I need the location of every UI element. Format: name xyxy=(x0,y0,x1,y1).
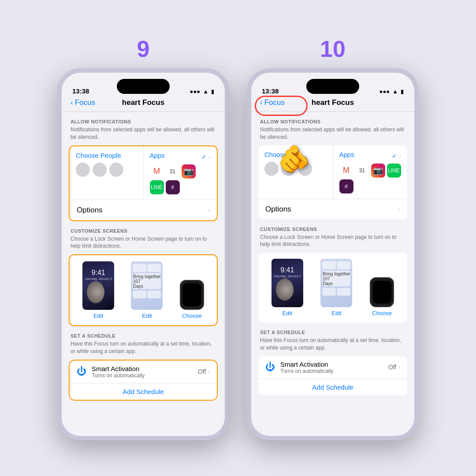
signal-icon-9: ●●● xyxy=(190,88,201,95)
homescreen-item-10[interactable]: − Bring together107Days Edit xyxy=(320,259,352,316)
ls-inner-10: 9:41 Saturday, January 9 xyxy=(271,259,303,307)
nav-back-10[interactable]: ‹ Focus xyxy=(260,98,285,107)
battery-icon-10: ▮ xyxy=(401,88,404,95)
screen-content-10: 13:38 ●●● ▲ ▮ 🫵 ‹ Focus heart Focus xyxy=(251,73,414,436)
smart-activation-group-9: ⏻ Smart Activation Turns on automaticall… xyxy=(69,360,218,401)
power-icon-10: ⏻ xyxy=(265,361,275,373)
step-9-container: 9 13:38 ●●● ▲ ▮ ‹ Focus heart Focus xyxy=(57,36,229,440)
two-col-row-9: Choose People Apps ✓ xyxy=(70,146,217,200)
homescreen-item-9[interactable]: − Bring together107Days Edit xyxy=(131,261,163,319)
off-label-9: Off xyxy=(198,368,206,375)
hs-widgets-9: Bring together107Days xyxy=(133,264,161,298)
watch-preview-10 xyxy=(370,277,394,307)
homescreen-label-9: Edit xyxy=(142,312,152,319)
ls-time-10: 9:41 xyxy=(280,267,294,274)
smart-activation-group-10: ⏻ Smart Activation Turns on automaticall… xyxy=(258,356,407,395)
activation-right-9: Off › xyxy=(198,368,210,375)
options-row-9[interactable]: Options › xyxy=(70,200,217,220)
schedule-desc-10: Have this Focus turn on automatically at… xyxy=(258,337,407,352)
off-label-10: Off xyxy=(388,364,396,371)
add-schedule-label-9: Add Schedule xyxy=(123,388,164,395)
watch-label-10: Choose xyxy=(372,310,392,316)
calendar-icon-10: 31 xyxy=(355,164,369,178)
nav-back-9[interactable]: ‹ Focus xyxy=(71,98,95,107)
activation-title-10: Smart Activation xyxy=(280,361,333,368)
smart-activation-row-9[interactable]: ⏻ Smart Activation Turns on automaticall… xyxy=(70,361,217,383)
dynamic-island-10 xyxy=(306,79,359,94)
people-apps-card-10: Choose P... Apps ✓ xyxy=(258,145,407,219)
avatar-1-10 xyxy=(264,162,279,176)
screens-container-10: − 9:41 Saturday, January 9 Edit − xyxy=(258,253,407,323)
screen-content-9: 13:38 ●●● ▲ ▮ ‹ Focus heart Focus ALLOW … xyxy=(62,73,225,436)
customize-header-9: CUSTOMIZE SCREENS xyxy=(69,228,218,234)
apps-cell-9[interactable]: Apps ✓ › M 31 📷 LINE xyxy=(144,146,217,200)
schedule-header-9: SET A SCHEDULE xyxy=(69,333,218,338)
lockscreen-preview-9: − 9:41 Saturday, January 9 xyxy=(82,261,114,310)
chevron-left-icon-9: ‹ xyxy=(71,98,73,107)
apps-checkmark-10: ✓ xyxy=(392,152,397,160)
allow-notif-desc-10: Notifications from selected apps will be… xyxy=(258,126,407,141)
status-icons-9: ●●● ▲ ▮ xyxy=(190,88,214,95)
activation-subtitle-10: Turns on automatically xyxy=(280,368,333,374)
step-9-number: 9 xyxy=(137,36,150,62)
screens-container-9: − 9:41 Saturday, January 9 Edit − xyxy=(69,254,218,326)
choose-people-cell-9[interactable]: Choose People xyxy=(70,146,144,200)
scroll-area-9[interactable]: ALLOW NOTIFICATIONS Notifications from s… xyxy=(62,112,225,431)
signal-icon-10: ●●● xyxy=(379,88,390,95)
avatar-1-9 xyxy=(76,163,90,177)
watch-face-9 xyxy=(182,283,201,306)
apps-chevron-10: › xyxy=(399,152,401,160)
customize-desc-10: Choose a Lock Screen or Home Screen page… xyxy=(258,234,407,249)
watch-face-10 xyxy=(373,281,391,304)
watch-item-9[interactable]: Choose xyxy=(180,280,204,319)
step-10-container: 10 13:38 ●●● ▲ ▮ 🫵 ‹ xyxy=(247,36,419,440)
ls-date-9: Saturday, January 9 xyxy=(85,277,112,280)
dynamic-island-9 xyxy=(117,79,170,94)
apps-checkmark-9: ✓ xyxy=(201,153,207,160)
options-row-10[interactable]: Options › xyxy=(258,199,407,219)
avatar-3-9 xyxy=(109,163,123,177)
activation-right-10: Off › xyxy=(388,364,400,371)
wifi-icon-9: ▲ xyxy=(203,88,208,95)
customize-desc-9: Choose a Lock Screen or Home Screen page… xyxy=(69,235,218,250)
lockscreen-preview-10: − 9:41 Saturday, January 9 xyxy=(271,259,303,307)
add-schedule-10[interactable]: Add Schedule xyxy=(258,379,407,395)
instagram-icon-10: 📷 xyxy=(371,164,385,178)
activation-chevron-10: › xyxy=(398,364,400,371)
battery-icon-9: ▮ xyxy=(211,88,214,95)
activation-subtitle-9: Turns on automatically xyxy=(92,372,145,379)
avatars-9 xyxy=(76,163,137,177)
nav-title-10: heart Focus xyxy=(312,98,354,107)
watch-label-9: Choose xyxy=(182,312,202,319)
watch-item-10[interactable]: Choose xyxy=(370,277,394,316)
options-chevron-9: › xyxy=(208,207,210,214)
avatars-10 xyxy=(264,162,327,176)
lockscreen-label-9: Edit xyxy=(93,312,103,319)
slack-icon-9: # xyxy=(166,180,180,194)
apps-chevron-9: › xyxy=(208,153,211,160)
smart-activation-row-10[interactable]: ⏻ Smart Activation Turns on automaticall… xyxy=(258,356,407,379)
back-label-10: Focus xyxy=(264,98,285,107)
schedule-header-10: SET A SCHEDULE xyxy=(258,330,407,335)
choose-people-cell-10[interactable]: Choose P... xyxy=(258,145,333,199)
schedule-desc-9: Have this Focus turn on automatically at… xyxy=(69,340,218,355)
line-icon-9: LINE xyxy=(150,180,164,194)
homescreen-preview-9: − Bring together107Days xyxy=(131,261,163,310)
allow-notif-header-10: ALLOW NOTIFICATIONS xyxy=(258,119,407,124)
allow-notif-desc-9: Notifications from selected apps will be… xyxy=(69,126,218,141)
activation-title-9: Smart Activation xyxy=(92,365,145,372)
status-time-10: 13:38 xyxy=(262,87,279,95)
lockscreen-item-9[interactable]: − 9:41 Saturday, January 9 Edit xyxy=(82,261,114,319)
customize-header-10: CUSTOMIZE SCREENS xyxy=(258,227,407,232)
avatar-2-10 xyxy=(281,162,295,176)
apps-cell-10[interactable]: Apps ✓ › M 31 📷 LINE xyxy=(333,145,408,199)
lockscreen-item-10[interactable]: − 9:41 Saturday, January 9 Edit xyxy=(271,259,303,316)
hs-inner-9: Bring together107Days xyxy=(131,261,163,310)
add-schedule-9[interactable]: Add Schedule xyxy=(70,383,217,400)
homescreen-preview-10: − Bring together107Days xyxy=(320,259,352,307)
activation-chevron-9: › xyxy=(208,368,210,375)
back-label-9: Focus xyxy=(75,98,95,107)
scroll-area-10[interactable]: ALLOW NOTIFICATIONS Notifications from s… xyxy=(251,112,414,431)
activation-text-10: Smart Activation Turns on automatically xyxy=(280,361,333,374)
status-icons-10: ●●● ▲ ▮ xyxy=(379,88,404,95)
